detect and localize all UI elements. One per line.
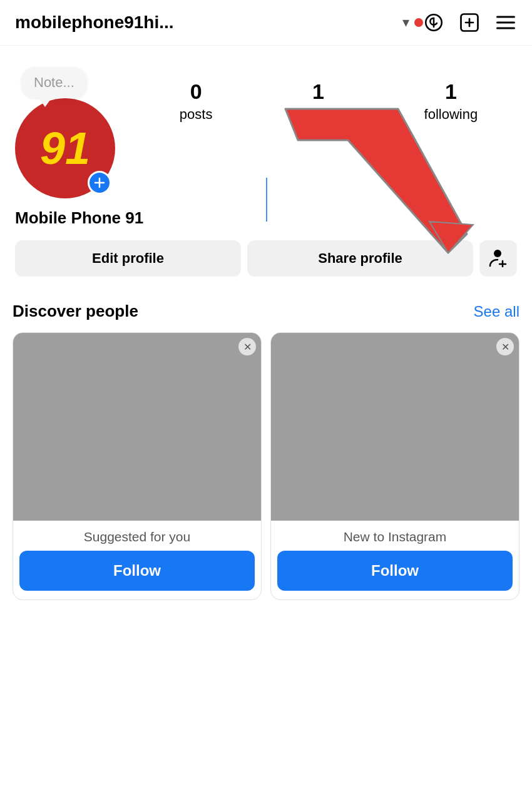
person-card-1-image: ✕ xyxy=(13,333,261,521)
note-bubble[interactable]: Note... xyxy=(21,67,87,98)
header-icons xyxy=(423,11,517,34)
create-icon[interactable] xyxy=(458,11,481,34)
action-buttons: Edit profile Share profile xyxy=(15,240,517,277)
person-card-2: ✕ New to Instagram Follow xyxy=(270,332,519,600)
share-profile-button[interactable]: Share profile xyxy=(247,240,473,277)
avatar-label: 91 xyxy=(40,126,90,171)
person-card-2-follow-button[interactable]: Follow xyxy=(277,551,513,591)
add-story-button[interactable] xyxy=(88,171,111,195)
following-stat[interactable]: 1 following xyxy=(424,79,478,123)
person-card-2-label: New to Instagram xyxy=(271,521,519,551)
followers-stat[interactable]: 1 followers xyxy=(291,79,345,123)
note-text: Note... xyxy=(34,74,74,90)
posts-count: 0 xyxy=(190,79,202,104)
following-label: following xyxy=(424,106,478,123)
person-card-1-label: Suggested for you xyxy=(13,521,261,551)
add-person-button[interactable] xyxy=(479,240,517,277)
profile-section: Note... 91 0 posts 1 followers xyxy=(0,46,532,287)
username-display: mobilephone91hi... xyxy=(15,13,399,33)
notification-dot xyxy=(414,18,423,27)
posts-label: posts xyxy=(180,106,213,123)
cursor-line xyxy=(266,178,267,222)
threads-icon[interactable] xyxy=(423,12,444,33)
person-card-2-image: ✕ xyxy=(271,333,519,521)
discover-header: Discover people See all xyxy=(13,302,519,321)
followers-count: 1 xyxy=(312,79,324,104)
followers-label: followers xyxy=(291,106,345,123)
discover-section: Discover people See all ✕ Suggested for … xyxy=(0,287,532,600)
following-count: 1 xyxy=(445,79,457,104)
see-all-button[interactable]: See all xyxy=(474,303,519,320)
posts-stat[interactable]: 0 posts xyxy=(180,79,213,123)
header: mobilephone91hi... ▾ xyxy=(0,0,532,46)
menu-icon[interactable] xyxy=(494,11,517,34)
person-card-1-follow-button[interactable]: Follow xyxy=(19,551,255,591)
discover-title: Discover people xyxy=(13,302,138,321)
people-cards: ✕ Suggested for you Follow ✕ New to Inst… xyxy=(13,332,519,600)
avatar-circle: 91 xyxy=(15,98,115,198)
person-card-2-close[interactable]: ✕ xyxy=(496,338,514,355)
dropdown-icon[interactable]: ▾ xyxy=(402,14,409,31)
stats-area: 0 posts 1 followers 1 following xyxy=(140,61,517,123)
person-card-1: ✕ Suggested for you Follow xyxy=(13,332,262,600)
avatar-area: Note... 91 xyxy=(15,98,115,198)
action-buttons-container: Edit profile Share profile xyxy=(15,240,517,277)
username-text: mobilephone91hi... xyxy=(15,13,174,32)
edit-profile-button[interactable]: Edit profile xyxy=(15,240,241,277)
person-card-1-close[interactable]: ✕ xyxy=(238,338,256,355)
